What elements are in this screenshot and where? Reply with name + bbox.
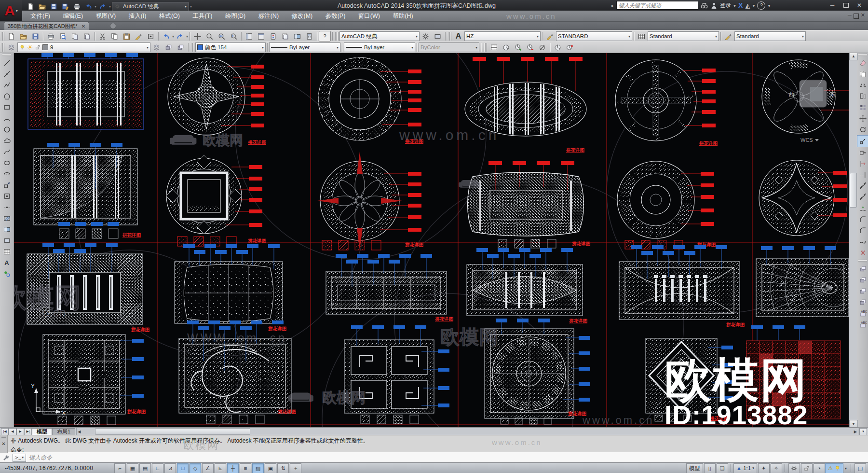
annotation-visibility-button[interactable]: ✦ bbox=[758, 463, 770, 473]
table-style-icon[interactable] bbox=[636, 31, 648, 42]
vertical-scroll-thumb[interactable] bbox=[850, 173, 857, 208]
table-button[interactable] bbox=[1, 246, 13, 257]
viewcube-wcs-menu[interactable]: WCS bbox=[800, 137, 813, 143]
break-button[interactable] bbox=[857, 192, 868, 203]
qat-plot-button[interactable] bbox=[71, 2, 82, 11]
cut-button[interactable] bbox=[96, 31, 108, 42]
lineweight-combo[interactable]: ByLayer ▾ bbox=[344, 42, 415, 52]
tab-model[interactable]: 模型 bbox=[32, 428, 52, 435]
make-object-layer-current-button[interactable] bbox=[150, 42, 163, 53]
layer-properties-button[interactable] bbox=[5, 42, 17, 53]
construction-line-button[interactable] bbox=[1, 69, 13, 80]
model-space-button[interactable]: 模型 bbox=[686, 463, 703, 473]
menu-file[interactable]: 文件(F) bbox=[25, 11, 55, 22]
menu-modify[interactable]: 修改(M) bbox=[286, 11, 318, 22]
signin-button[interactable]: 登录 bbox=[720, 2, 731, 9]
publish-button[interactable] bbox=[69, 31, 81, 42]
help-dropdown-arrow[interactable]: ▾ bbox=[768, 3, 770, 8]
break-at-point-button[interactable] bbox=[857, 181, 868, 192]
qat-save-button[interactable] bbox=[48, 2, 59, 11]
pie-tool-button[interactable] bbox=[500, 42, 512, 53]
horizontal-scroll-thumb[interactable] bbox=[95, 428, 250, 435]
sheet-set-manager-button[interactable] bbox=[279, 31, 291, 42]
annotation-monitor-toggle[interactable]: ＋ bbox=[290, 463, 301, 473]
send-under-button[interactable] bbox=[857, 297, 868, 308]
mirror-button[interactable] bbox=[857, 80, 868, 91]
explode-button[interactable] bbox=[857, 247, 868, 258]
table-insert-button[interactable] bbox=[488, 42, 500, 53]
layer-combo[interactable]: 9 ▾ bbox=[17, 42, 150, 52]
search-expand-arrow[interactable]: ▸ bbox=[611, 3, 614, 8]
layer-on-icon[interactable] bbox=[19, 44, 25, 50]
array-button[interactable] bbox=[857, 102, 868, 113]
chamfer-button[interactable] bbox=[857, 214, 868, 225]
zoom-realtime-button[interactable] bbox=[203, 31, 216, 42]
block-editor-button[interactable] bbox=[145, 31, 157, 42]
copy-object-button[interactable] bbox=[857, 69, 868, 80]
pie-view-button[interactable] bbox=[552, 42, 564, 53]
prev-tab-button[interactable]: ◀ bbox=[9, 428, 16, 435]
qat-saveas-button[interactable] bbox=[60, 2, 70, 11]
workspace-combo[interactable]: AutoCAD 经典▾ bbox=[339, 31, 420, 41]
autodesk360-icon[interactable]: ◭ bbox=[745, 2, 750, 9]
erase-button[interactable] bbox=[857, 57, 868, 69]
move-button[interactable] bbox=[857, 113, 868, 124]
text-to-front-button[interactable] bbox=[857, 308, 868, 319]
signin-dropdown-arrow[interactable]: ▾ bbox=[733, 3, 736, 8]
dim-style-icon[interactable] bbox=[544, 31, 556, 42]
markup-button[interactable] bbox=[291, 31, 303, 42]
join-button[interactable] bbox=[857, 203, 868, 214]
menu-draw[interactable]: 绘图(D) bbox=[220, 11, 251, 22]
gradient-button[interactable] bbox=[1, 224, 13, 235]
menu-help[interactable]: 帮助(H) bbox=[387, 11, 418, 22]
status-menu-arrow[interactable]: ▾ bbox=[845, 466, 847, 471]
arc-button[interactable] bbox=[1, 113, 13, 124]
grid-display-toggle[interactable]: ▤ bbox=[139, 463, 151, 473]
polyline-button[interactable] bbox=[1, 80, 13, 91]
search-icon[interactable] bbox=[701, 2, 708, 9]
quick-properties-toggle[interactable]: ▣ bbox=[265, 463, 276, 473]
layout-quickview-button[interactable]: ▯ bbox=[704, 463, 716, 473]
point-style-button[interactable] bbox=[1, 268, 13, 279]
restore-button[interactable] bbox=[839, 1, 853, 10]
object-snap-toggle[interactable]: □ bbox=[177, 463, 189, 473]
quickcalc-button[interactable] bbox=[303, 31, 315, 42]
mleader-style-icon[interactable] bbox=[722, 31, 734, 42]
horizontal-scrollbar[interactable]: ◀ ▶ bbox=[76, 428, 858, 435]
insert-block-button[interactable] bbox=[1, 180, 13, 191]
layer-states-button[interactable] bbox=[175, 42, 187, 53]
send-to-back-button[interactable] bbox=[857, 275, 868, 286]
isolate-objects-panel[interactable]: ⚠ bbox=[825, 463, 843, 473]
workspace-settings-button[interactable] bbox=[420, 31, 432, 42]
offset-button[interactable] bbox=[857, 91, 868, 102]
clean-screen-button[interactable]: ▢ bbox=[854, 463, 866, 473]
vertical-scrollbar[interactable]: ▲ ▼ bbox=[849, 52, 857, 427]
copy-button[interactable] bbox=[108, 31, 121, 42]
bring-above-button[interactable] bbox=[857, 286, 868, 297]
rotate-button[interactable] bbox=[857, 124, 868, 135]
menu-tools[interactable]: 工具(T) bbox=[187, 11, 217, 22]
polygon-button[interactable] bbox=[1, 91, 13, 102]
dynamic-input-toggle[interactable]: ┼ bbox=[227, 463, 239, 473]
new-tab-button[interactable] bbox=[110, 23, 116, 29]
toolbar-lock-button[interactable] bbox=[801, 463, 813, 473]
tab-layout1[interactable]: 布局1 bbox=[52, 428, 75, 435]
doc-close-button[interactable]: ✕ bbox=[861, 12, 865, 19]
menu-window[interactable]: 窗口(W) bbox=[353, 11, 385, 22]
menu-insert[interactable]: 插入(I) bbox=[123, 11, 152, 22]
scroll-left-icon[interactable]: ◀ bbox=[78, 430, 81, 434]
redo-dropdown[interactable]: ▾ bbox=[186, 34, 188, 39]
paste-button[interactable] bbox=[121, 31, 133, 42]
menu-edit[interactable]: 编辑(E) bbox=[57, 11, 88, 22]
designcenter-button[interactable] bbox=[255, 31, 267, 42]
line-button[interactable] bbox=[1, 57, 13, 69]
command-close-icon[interactable]: ✕ bbox=[1, 441, 5, 446]
layer-lock-icon[interactable] bbox=[35, 44, 41, 50]
match-properties-button[interactable] bbox=[133, 31, 145, 42]
layer-freeze-icon[interactable] bbox=[27, 44, 33, 50]
hardware-acceleration-button[interactable]: ◔ bbox=[814, 463, 825, 473]
lineweight-toggle[interactable]: ≡ bbox=[240, 463, 251, 473]
command-input-placeholder[interactable]: 键入命令 bbox=[29, 454, 52, 462]
dynamic-ucs-toggle[interactable]: ⊾ bbox=[215, 463, 226, 473]
command-history[interactable]: 非 Autodesk DWG。 此 DWG 文件由非 Autodesk 开发或许… bbox=[0, 435, 868, 452]
